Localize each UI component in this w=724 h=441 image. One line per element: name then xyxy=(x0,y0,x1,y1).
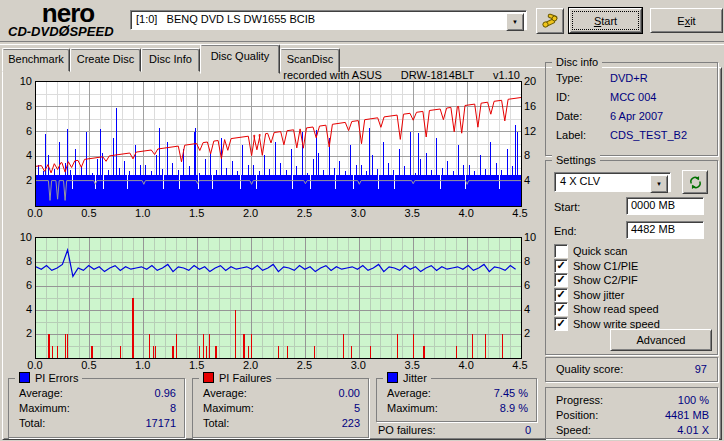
po-failures-row: PO failures: 0 xyxy=(378,424,531,436)
disc-info-row: Label:CDS_TEST_B2 xyxy=(556,129,709,143)
progress-row: Speed:4.01 X xyxy=(556,424,709,438)
recorded-with-text: recorded with ASUS xyxy=(283,69,381,81)
disc-info-row-value: DVD+R xyxy=(610,72,648,84)
recorder-version-text: v1.10 xyxy=(493,69,520,81)
checkbox-show-c2-pif[interactable]: ✓Show C2/PIF xyxy=(554,273,710,287)
stat-row-label: Average: xyxy=(19,387,63,399)
disc-icon: Ø xyxy=(59,23,70,39)
stat-row-label: Total: xyxy=(19,417,45,429)
stat-row-value: 0.00 xyxy=(339,387,360,399)
options-button[interactable] xyxy=(536,8,564,34)
pi-failures-legend-icon xyxy=(203,372,214,383)
chevron-down-icon: ▼ xyxy=(512,19,518,25)
disc-info-row: Type:DVD+R xyxy=(556,72,709,86)
checkbox-show-jitter[interactable]: ✓Show jitter xyxy=(554,288,710,302)
checkbox-label: Show jitter xyxy=(573,289,624,301)
disc-info-row-value: CDS_TEST_B2 xyxy=(610,129,687,141)
checkbox-icon[interactable]: ✓ xyxy=(554,302,568,316)
checkbox-show-read-speed[interactable]: ✓Show read speed xyxy=(554,302,710,316)
pi-failures-title: PI Failures xyxy=(219,372,272,384)
refresh-button[interactable] xyxy=(682,170,708,194)
checkbox-icon[interactable] xyxy=(554,244,568,258)
recorder-drive-text: DRW-1814BLT xyxy=(401,69,474,81)
end-field[interactable]: 4482 MB xyxy=(626,221,704,239)
progress-box: Progress:100 %Position:4481 MBSpeed:4.01… xyxy=(545,387,718,439)
exit-button[interactable]: Exit xyxy=(650,8,723,33)
stat-row: Total:17171 xyxy=(19,417,176,431)
checkbox-label: Show write speed xyxy=(573,318,660,330)
stat-row-label: Maximum: xyxy=(19,402,70,414)
refresh-icon xyxy=(688,175,703,190)
disc-info-row-label: Label: xyxy=(556,129,586,141)
nero-logo-text: nero xyxy=(8,1,128,25)
start-field[interactable]: 0000 MB xyxy=(626,197,704,215)
pi-errors-chart xyxy=(35,81,522,207)
checkbox-label: Show read speed xyxy=(573,303,659,315)
scan-speed-select[interactable]: 4 X CLV ▼ xyxy=(554,172,671,192)
checkbox-icon[interactable]: ✓ xyxy=(554,259,568,273)
nero-cd-dvd-speed-window: nero CD-DVDØSPEED [1:0] BENQ DVD LS DW16… xyxy=(0,0,724,441)
settings-title: Settings xyxy=(552,154,600,166)
stat-row-label: Maximum: xyxy=(203,402,254,414)
stat-row-value: 17171 xyxy=(145,417,176,429)
checkbox-show-c1-pie[interactable]: ✓Show C1/PIE xyxy=(554,259,710,273)
progress-row: Progress:100 % xyxy=(556,394,709,408)
stat-row-value: 5 xyxy=(354,402,360,414)
po-failures-value: 0 xyxy=(525,424,531,436)
drive-select[interactable]: [1:0] BENQ DVD LS DW1655 BCIB ▼ xyxy=(130,10,527,30)
checkbox-quick-scan[interactable]: Quick scan xyxy=(554,244,710,258)
stat-row-value: 223 xyxy=(342,417,360,429)
scan-speed-arrow[interactable]: ▼ xyxy=(650,175,668,193)
checkbox-icon[interactable]: ✓ xyxy=(554,288,568,302)
stat-row-label: Average: xyxy=(387,387,431,399)
disc-info-row: Date:6 Apr 2007 xyxy=(556,110,709,124)
chevron-down-icon: ▼ xyxy=(656,181,662,187)
pi-failures-box: PI Failures Average:0.00Maximum:5Total:2… xyxy=(192,378,369,438)
progress-row-label: Speed: xyxy=(556,424,591,436)
disc-info-row-value: MCC 004 xyxy=(610,91,656,103)
stat-row-label: Average: xyxy=(203,387,247,399)
checkbox-icon[interactable]: ✓ xyxy=(554,273,568,287)
stat-row-value: 0.96 xyxy=(155,387,176,399)
disc-info-title: Disc info xyxy=(552,56,602,68)
progress-row: Position:4481 MB xyxy=(556,409,709,423)
drive-select-value: [1:0] BENQ DVD LS DW1655 BCIB xyxy=(136,13,315,25)
stat-row-value: 8 xyxy=(170,402,176,414)
stat-row-value: 7.45 % xyxy=(494,387,528,399)
disc-info-row-label: Type: xyxy=(556,72,583,84)
disc-info-group: Disc info Type:DVD+RID:MCC 004Date:6 Apr… xyxy=(545,62,718,156)
stat-row-label: Total: xyxy=(203,417,229,429)
progress-row-value: 4481 MB xyxy=(665,409,709,421)
logo-product-b: SPEED xyxy=(69,24,113,39)
drive-select-arrow[interactable]: ▼ xyxy=(506,13,524,31)
progress-row-label: Progress: xyxy=(556,394,603,406)
start-button[interactable]: Start xyxy=(569,8,642,33)
progress-row-label: Position: xyxy=(556,409,598,421)
stat-row: Maximum:8 xyxy=(19,402,176,416)
checkbox-label: Show C2/PIF xyxy=(573,274,638,286)
po-failures-label: PO failures: xyxy=(378,424,435,436)
start-field-label: Start: xyxy=(554,201,580,213)
progress-row-value: 4.01 X xyxy=(677,424,709,436)
pi-errors-legend-icon xyxy=(19,372,30,383)
exit-button-label: it xyxy=(690,15,696,27)
disc-info-row-label: ID: xyxy=(556,91,570,103)
jitter-title: Jitter xyxy=(403,372,427,384)
start-field-value: 0000 MB xyxy=(631,199,675,211)
checkbox-label: Quick scan xyxy=(573,245,627,257)
tools-icon xyxy=(541,12,559,30)
stat-row: Total:223 xyxy=(203,417,360,431)
jitter-legend-icon xyxy=(387,372,398,383)
disc-info-row: ID:MCC 004 xyxy=(556,91,709,105)
nero-logo: nero CD-DVDØSPEED xyxy=(8,1,128,41)
checkbox-icon[interactable]: ✓ xyxy=(554,317,568,331)
settings-group: Settings 4 X CLV ▼ Start: 0000 MB End: 4… xyxy=(545,160,718,355)
quality-score-box: Quality score: 97 xyxy=(545,357,718,382)
progress-row-value: 100 % xyxy=(678,394,709,406)
advanced-button[interactable]: Advanced xyxy=(610,329,712,351)
pi-errors-title: PI Errors xyxy=(35,372,78,384)
stat-row-value: 8.9 % xyxy=(500,402,528,414)
tab-disc-quality[interactable]: Disc Quality xyxy=(200,44,280,74)
end-field-value: 4482 MB xyxy=(631,223,675,235)
logo-product-a: CD-DVD xyxy=(8,24,59,39)
